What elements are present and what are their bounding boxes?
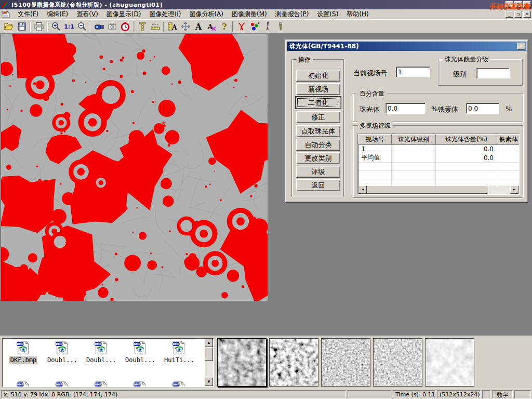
toolbar-separator <box>133 21 134 32</box>
menu-item-file[interactable]: 文件(F) <box>14 9 43 19</box>
zoom-out-icon <box>77 21 87 32</box>
scroll-left-button[interactable]: ◄ <box>358 185 367 194</box>
file-item[interactable]: BMP <box>83 381 120 387</box>
menu-item-settings[interactable]: 设置(S) <box>313 9 342 19</box>
table-header[interactable]: 珠光体含量(%) <box>436 135 497 145</box>
file-item[interactable]: BMP <box>44 381 81 387</box>
scroll-thumb[interactable] <box>205 347 213 361</box>
thumbnail-image[interactable] <box>321 338 370 387</box>
thumbnail-image[interactable] <box>269 338 318 387</box>
ferrite-percent-input[interactable] <box>466 103 499 114</box>
timer-button[interactable] <box>118 20 131 33</box>
pen-button[interactable] <box>261 20 274 33</box>
child-restore-button[interactable]: ❐ <box>514 11 522 18</box>
menu-item-edit[interactable]: 编辑(E) <box>43 9 72 19</box>
init-button[interactable]: 初始化 <box>296 70 340 82</box>
micrograph-image[interactable] <box>1 34 268 301</box>
thumbnail-image[interactable] <box>373 338 422 387</box>
pick-pearlite-button[interactable]: 点取珠光体 <box>296 125 340 137</box>
curve-button[interactable] <box>235 20 248 33</box>
return-button[interactable]: 返回 <box>296 179 340 191</box>
table-horizontal-scrollbar[interactable]: ◄ ► <box>358 185 518 194</box>
scroll-up-button[interactable]: ▲ <box>205 339 213 347</box>
table-row[interactable]: 平均值0.0 <box>358 153 520 163</box>
rating-table[interactable]: 视场号珠光体级别珠光体含量(%)铁素体10.0平均值0.0 ◄ ► <box>357 134 520 195</box>
scroll-down-button[interactable]: ▼ <box>205 378 213 386</box>
table-cell <box>358 171 392 179</box>
file-item[interactable]: BMPDoubl... <box>122 340 159 364</box>
menu-item-measure-report[interactable]: 测量报告(P) <box>271 9 313 19</box>
actual-size-button[interactable]: 1:1 <box>62 20 75 33</box>
current-field-input[interactable] <box>396 66 430 77</box>
measure-label-button[interactable]: A <box>166 20 179 33</box>
table-header[interactable]: 铁素体 <box>497 135 520 145</box>
table-row[interactable] <box>358 171 520 179</box>
bmp-file-icon: BMP <box>132 340 148 356</box>
classify-points-button[interactable]: 1 <box>248 20 261 33</box>
menu-item-help[interactable]: 帮助(H) <box>342 9 373 19</box>
menu-item-image-display[interactable]: 图像显示(D) <box>102 9 145 19</box>
caliper-button[interactable] <box>136 20 149 33</box>
file-item[interactable]: BMPDKF.bmp <box>5 340 42 364</box>
grade-button[interactable]: 评级 <box>296 166 340 178</box>
open-button[interactable] <box>2 20 15 33</box>
menu-item-image-analysis[interactable]: 图像分析(A) <box>185 9 228 19</box>
grade-input[interactable] <box>476 68 510 78</box>
table-cell <box>392 145 436 153</box>
menu-item-image-measure[interactable]: 图像测量(M) <box>228 9 271 19</box>
file-item[interactable]: BMPDoubl... <box>44 340 81 364</box>
thumbnail-image[interactable] <box>217 338 267 387</box>
ruler-button[interactable] <box>149 20 162 33</box>
toolbar-separator <box>30 21 31 32</box>
file-item[interactable]: BMP <box>5 381 42 387</box>
table-row[interactable] <box>358 163 520 171</box>
correct-button[interactable]: 修正 <box>296 111 340 123</box>
svg-text:BMP: BMP <box>134 383 141 386</box>
child-close-button[interactable]: × <box>523 11 531 18</box>
file-item[interactable]: BMP <box>122 381 159 387</box>
binarize-button[interactable]: 二值化 <box>295 96 341 109</box>
menu-item-view[interactable]: 查看(V) <box>72 9 102 19</box>
table-header[interactable]: 视场号 <box>358 135 392 145</box>
scroll-right-button[interactable]: ► <box>510 185 518 194</box>
dialog-close-button[interactable]: × <box>517 43 525 50</box>
window-restore-button[interactable]: ❐ <box>514 1 522 8</box>
operation-group-label: 操作 <box>296 56 313 64</box>
window-minimize-button[interactable]: _ <box>506 1 513 8</box>
new-field-button[interactable]: 新视场 <box>296 83 340 95</box>
table-header[interactable]: 珠光体级别 <box>392 135 436 145</box>
file-item[interactable]: BMP <box>161 381 198 387</box>
child-minimize-button[interactable]: _ <box>506 11 513 18</box>
table-row[interactable]: 10.0 <box>358 145 520 153</box>
camera-button[interactable] <box>105 20 118 33</box>
svg-text:BMP: BMP <box>56 342 63 345</box>
file-item[interactable]: BMPHuiTi... <box>161 340 198 364</box>
help-button[interactable]: ? <box>218 20 231 33</box>
video-camera-button[interactable] <box>92 20 105 33</box>
window-close-button[interactable]: × <box>523 1 531 8</box>
zoom-out-button[interactable] <box>75 20 88 33</box>
print-button[interactable] <box>32 20 45 33</box>
file-browser: BMPDKF.bmpBMPDoubl...BMPDoubl...BMPDoubl… <box>2 338 214 387</box>
text-button[interactable]: A <box>192 20 205 33</box>
delete-text-button[interactable]: A <box>205 20 218 33</box>
change-class-button[interactable]: 更改类别 <box>296 152 340 164</box>
file-vertical-scrollbar[interactable]: ▲ ▼ <box>205 339 213 386</box>
thumbnail-image[interactable] <box>425 338 474 387</box>
file-item[interactable]: BMPDoubl... <box>83 340 120 364</box>
menu-item-image-process[interactable]: 图像处理(I) <box>145 9 185 19</box>
save-button[interactable] <box>15 20 28 33</box>
caliper-icon <box>137 21 148 32</box>
table-cell <box>497 163 520 171</box>
move-button[interactable] <box>179 20 192 33</box>
bmp-file-icon: BMP <box>55 340 70 356</box>
brush-button[interactable] <box>274 20 287 33</box>
table-cell <box>497 171 520 179</box>
zoom-in-button[interactable] <box>49 20 62 33</box>
dialog-titlebar[interactable]: 珠光体(GB/T9441-88) × <box>287 42 526 51</box>
auto-classify-button[interactable]: 自动分类 <box>296 139 340 151</box>
pearlite-percent-input[interactable] <box>385 103 425 114</box>
save-icon <box>17 21 27 32</box>
scroll-thumb[interactable] <box>367 185 487 194</box>
svg-text:BMP: BMP <box>95 383 102 386</box>
